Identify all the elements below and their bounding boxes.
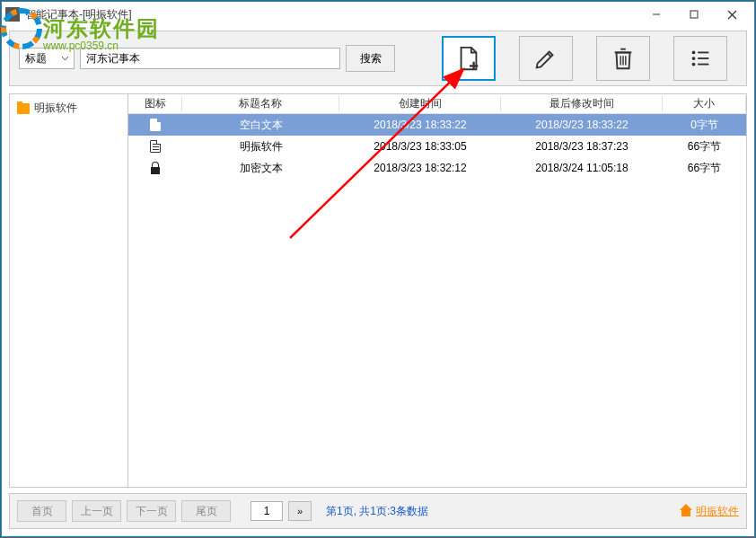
tree-item-label: 明振软件 — [34, 101, 77, 116]
go-page-button[interactable]: » — [288, 501, 312, 521]
vendor-link[interactable]: 明振软件 — [681, 504, 739, 519]
home-icon — [681, 506, 693, 516]
close-button[interactable] — [713, 3, 751, 26]
search-type-select[interactable]: 标题 — [19, 48, 75, 69]
cell-modified: 2018/3/23 18:33:22 — [501, 119, 663, 131]
svg-rect-1 — [690, 11, 698, 18]
pagination-bar: 首页 上一页 下一页 尾页 » 第1页, 共1页:3条数据 明振软件 — [9, 493, 747, 529]
last-page-button[interactable]: 尾页 — [181, 500, 231, 522]
header-modified[interactable]: 最后修改时间 — [501, 96, 663, 111]
tree-item-root[interactable]: 明振软件 — [12, 98, 126, 119]
new-file-icon — [455, 45, 482, 72]
search-input[interactable] — [80, 48, 340, 69]
pagination-status: 第1页, 共1页:3条数据 — [326, 504, 428, 519]
lock-icon — [151, 167, 160, 174]
prev-page-button[interactable]: 上一页 — [72, 500, 121, 522]
cell-title: 加密文本 — [182, 161, 339, 176]
cell-size: 0字节 — [663, 118, 746, 133]
new-note-button[interactable] — [442, 36, 496, 81]
cell-created: 2018/3/23 18:33:22 — [339, 119, 501, 131]
trash-icon — [610, 45, 637, 72]
page-number-input[interactable] — [251, 501, 283, 521]
table-row[interactable]: 明振软件2018/3/23 18:33:052018/3/23 18:37:23… — [128, 136, 746, 157]
list-view: 图标 标题名称 创建时间 最后修改时间 大小 空白文本2018/3/23 18:… — [128, 94, 746, 487]
minimize-button[interactable] — [637, 3, 675, 26]
table-row[interactable]: 空白文本2018/3/23 18:33:222018/3/23 18:33:22… — [128, 114, 746, 136]
cell-created: 2018/3/23 18:32:12 — [339, 162, 501, 174]
cell-title: 明振软件 — [182, 139, 339, 154]
list-icon — [687, 45, 714, 72]
cell-title: 空白文本 — [182, 118, 339, 133]
sidebar: 明振软件 — [10, 94, 128, 487]
folder-icon — [17, 103, 30, 114]
search-button[interactable]: 搜索 — [346, 45, 395, 72]
cell-size: 66字节 — [663, 139, 746, 154]
toolbar: 标题 搜索 — [9, 31, 747, 86]
table-row[interactable]: 加密文本2018/3/23 18:32:122018/3/24 11:05:18… — [128, 157, 746, 179]
window-title: 智能记事本-[明振软件] — [25, 7, 132, 22]
header-size[interactable]: 大小 — [663, 96, 746, 111]
header-icon[interactable]: 图标 — [128, 96, 182, 111]
svg-point-18 — [692, 63, 696, 66]
document-icon — [150, 119, 161, 131]
table-body: 空白文本2018/3/23 18:33:222018/3/23 18:33:22… — [128, 114, 746, 179]
first-page-button[interactable]: 首页 — [17, 500, 66, 522]
cell-modified: 2018/3/24 11:05:18 — [501, 162, 663, 174]
title-bar: 智能记事本-[明振软件] — [2, 2, 754, 27]
header-title[interactable]: 标题名称 — [182, 96, 339, 111]
cell-created: 2018/3/23 18:33:05 — [339, 140, 501, 153]
header-created[interactable]: 创建时间 — [339, 96, 501, 111]
cell-size: 66字节 — [663, 161, 746, 176]
delete-button[interactable] — [596, 36, 650, 81]
next-page-button[interactable]: 下一页 — [127, 500, 176, 522]
app-icon — [5, 7, 20, 22]
vendor-link-label: 明振软件 — [696, 504, 739, 519]
content-area: 明振软件 图标 标题名称 创建时间 最后修改时间 大小 空白文本2018/3/2… — [9, 93, 747, 488]
cell-modified: 2018/3/23 18:37:23 — [501, 140, 663, 153]
search-type-label: 标题 — [25, 51, 47, 66]
pencil-icon — [532, 45, 559, 72]
table-header: 图标 标题名称 创建时间 最后修改时间 大小 — [128, 94, 746, 114]
edit-button[interactable] — [519, 36, 573, 81]
maximize-button[interactable] — [675, 3, 713, 26]
svg-point-16 — [692, 57, 696, 60]
list-view-button[interactable] — [673, 36, 727, 81]
chevron-down-icon — [61, 55, 69, 63]
document-lines-icon — [150, 140, 161, 153]
svg-point-14 — [692, 51, 696, 55]
